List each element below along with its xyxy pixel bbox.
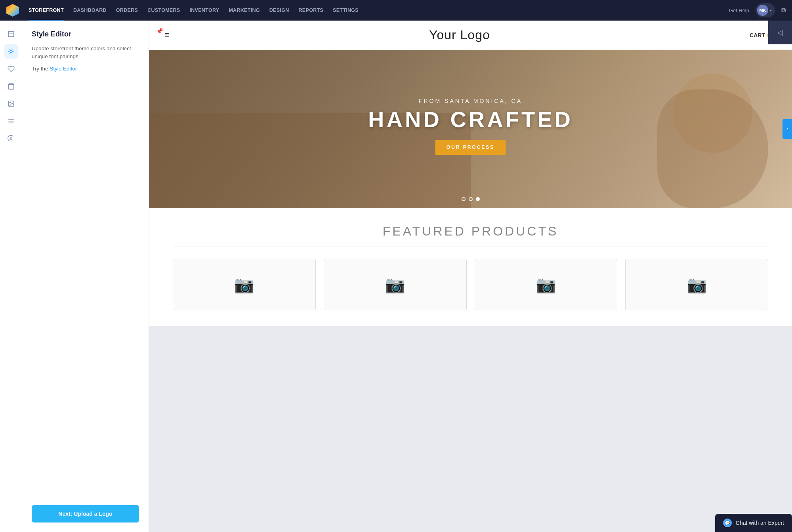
- external-link-icon[interactable]: ⧉: [781, 7, 786, 14]
- sidebar-extras-icon[interactable]: [4, 131, 18, 146]
- nav-marketing[interactable]: MARKETING: [229, 6, 260, 15]
- sidebar-wishlist-icon[interactable]: [4, 62, 18, 76]
- hero-banner: FROM SANTA MONICA, CA HAND CRAFTED OUR P…: [149, 50, 792, 208]
- panel-try-text: Try the Style Editor: [32, 66, 139, 72]
- nav-settings[interactable]: SETTINGS: [333, 6, 359, 15]
- hero-cta-button[interactable]: OUR PROCESS: [435, 140, 506, 155]
- top-nav: STOREFRONT DASHBOARD ORDERS CUSTOMERS IN…: [0, 0, 792, 21]
- product-card-4[interactable]: 📷: [625, 259, 768, 310]
- sidebar-images-icon[interactable]: [4, 97, 18, 111]
- svg-point-9: [10, 138, 12, 140]
- product-placeholder-icon-4: 📷: [687, 276, 707, 294]
- cart-label: CART: [750, 32, 765, 38]
- hero-dot-3[interactable]: [476, 197, 480, 201]
- store-logo: Your Logo: [429, 28, 490, 42]
- sidebar-products-icon[interactable]: [4, 79, 18, 93]
- svg-point-2: [10, 50, 12, 53]
- style-editor-panel: Style Editor Update storefront theme col…: [22, 21, 149, 532]
- sidebar-pages-icon[interactable]: [4, 27, 18, 41]
- panel-description: Update storefront theme colors and selec…: [32, 45, 139, 61]
- nav-right: Get Help MK ▾ ⧉: [729, 3, 786, 17]
- nav-customers[interactable]: CUSTOMERS: [147, 6, 180, 15]
- dark-panel-icon: ◁: [777, 28, 783, 37]
- product-card-1[interactable]: 📷: [173, 259, 316, 310]
- chat-with-expert-button[interactable]: 💬 Chat with an Expert: [715, 514, 792, 532]
- pin-icon-area: 📌: [154, 25, 165, 36]
- nav-reports[interactable]: REPORTS: [299, 6, 324, 15]
- user-menu[interactable]: MK ▾: [756, 3, 775, 17]
- product-card-3[interactable]: 📷: [475, 259, 618, 310]
- featured-divider: [173, 247, 768, 247]
- nav-orders[interactable]: ORDERS: [116, 6, 138, 15]
- style-editor-link[interactable]: Style Editor: [50, 66, 77, 72]
- storefront-preview: 📌 ◁ ≡ Your Logo CART 0: [149, 21, 792, 326]
- main-layout: Style Editor Update storefront theme col…: [0, 21, 792, 532]
- product-placeholder-icon-1: 📷: [234, 276, 254, 294]
- hero-content: FROM SANTA MONICA, CA HAND CRAFTED OUR P…: [368, 98, 573, 155]
- hero-subtitle: FROM SANTA MONICA, CA: [368, 98, 573, 104]
- preview-area: 📌 ◁ ≡ Your Logo CART 0: [149, 21, 792, 532]
- nav-inventory[interactable]: INVENTORY: [189, 6, 219, 15]
- featured-title: FEATURED PRODUCTS: [173, 224, 768, 239]
- svg-point-5: [10, 102, 10, 103]
- hero-carousel-dots: [462, 197, 480, 201]
- sidebar-menu-icon[interactable]: [4, 114, 18, 128]
- nav-storefront[interactable]: STOREFRONT: [29, 6, 64, 15]
- sidebar-style-icon[interactable]: [4, 44, 18, 59]
- hero-title: HAND CRAFTED: [368, 107, 573, 132]
- product-placeholder-icon-2: 📷: [385, 276, 405, 294]
- dark-panel-button[interactable]: ◁: [768, 21, 792, 44]
- products-grid: 📷 📷 📷 📷: [173, 259, 768, 310]
- get-help-link[interactable]: Get Help: [729, 8, 749, 13]
- hero-dot-2[interactable]: [469, 197, 473, 201]
- hero-dot-1[interactable]: [462, 197, 466, 201]
- chat-label: Chat with an Expert: [736, 520, 784, 526]
- pin-icon[interactable]: 📌: [154, 25, 165, 36]
- chat-bubble-icon: 💬: [723, 519, 732, 527]
- collapse-panel-button[interactable]: ‹: [782, 119, 792, 139]
- next-upload-logo-button[interactable]: Next: Upload a Logo: [32, 505, 139, 522]
- chevron-down-icon: ▾: [770, 8, 772, 13]
- nav-items: STOREFRONT DASHBOARD ORDERS CUSTOMERS IN…: [29, 6, 719, 15]
- svg-rect-0: [8, 31, 14, 37]
- nav-design[interactable]: DESIGN: [269, 6, 289, 15]
- sidebar-icons: [0, 21, 22, 532]
- storefront-header: ≡ Your Logo CART 0: [149, 21, 792, 50]
- panel-title: Style Editor: [32, 30, 139, 38]
- hamburger-menu-icon[interactable]: ≡: [165, 30, 170, 40]
- nav-dashboard[interactable]: DASHBOARD: [73, 6, 107, 15]
- product-card-2[interactable]: 📷: [324, 259, 467, 310]
- featured-section: FEATURED PRODUCTS 📷 📷 📷 📷: [149, 208, 792, 326]
- avatar: MK: [757, 5, 768, 16]
- product-placeholder-icon-3: 📷: [536, 276, 556, 294]
- brand-logo[interactable]: [6, 4, 19, 17]
